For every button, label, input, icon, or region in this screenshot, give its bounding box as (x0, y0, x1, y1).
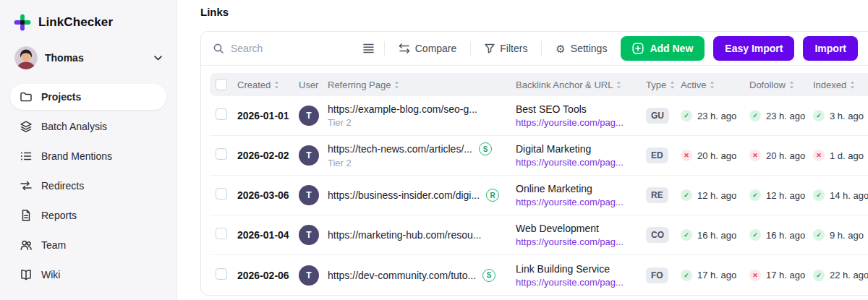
filters-button[interactable]: Filters (478, 43, 534, 54)
divider (470, 41, 471, 56)
referring-page-link[interactable]: https://example-blog.com/seo-g... (328, 103, 477, 115)
table-row: 2026-01-01 T https://example-blog.com/se… (210, 96, 868, 136)
sidebar-item-brand-mentions[interactable]: Brand Mentions (10, 143, 166, 169)
user-avatar: T (299, 265, 319, 286)
column-header-user: User (299, 80, 328, 90)
referring-page-link[interactable]: https://dev-community.com/tuto... (328, 270, 476, 281)
backlink-url-link[interactable]: https://yoursite.com/pag... (516, 157, 646, 168)
backlink-url-link[interactable]: https://yoursite.com/pag... (516, 236, 646, 247)
indexed-status-icon: ✕ (813, 150, 825, 161)
dofollow-cell: ✓ 12 h. ago (749, 189, 813, 201)
page-title: Links (200, 6, 868, 18)
active-status-icon: ✓ (681, 270, 692, 281)
indexed-status-icon: ✓ (813, 270, 825, 281)
sidebar-item-label: Reports (41, 210, 77, 221)
row-checkbox[interactable] (216, 108, 227, 120)
sort-icon (710, 81, 715, 89)
sidebar-item-batch-analysis[interactable]: Batch Analysis (10, 113, 166, 140)
anchor-cell: Best SEO Tools https://yoursite.com/pag.… (516, 103, 646, 128)
anchor-cell: Web Development https://yoursite.com/pag… (516, 223, 646, 247)
user-menu[interactable]: Thomas (10, 43, 166, 84)
indexed-time: 1 d. ago (830, 150, 864, 161)
user-avatar-photo (14, 46, 38, 69)
referring-page-link[interactable]: https://tech-news.com/articles/... (328, 143, 472, 155)
column-label: Created (237, 80, 271, 90)
column-header-created[interactable]: Created (237, 80, 299, 90)
book-icon (20, 268, 33, 281)
row-checkbox[interactable] (216, 268, 227, 280)
row-checkbox[interactable] (216, 188, 227, 200)
column-label: Type (646, 80, 666, 90)
anchor-cell: Link Building Service https://yoursite.c… (516, 263, 646, 288)
column-header-active[interactable]: Active (681, 80, 749, 90)
anchor-text: Link Building Service (516, 263, 646, 275)
indexed-cell: ✓ 14 h. ago (813, 189, 868, 201)
column-header-anchor-url[interactable]: Backlink Anchor & URL (516, 80, 646, 90)
compare-button[interactable]: Compare (392, 43, 464, 54)
menu-lines-icon[interactable] (360, 40, 377, 56)
divider (541, 41, 542, 56)
backlink-url-link[interactable]: https://yoursite.com/pag... (516, 197, 646, 207)
settings-button[interactable]: ⚙ Settings (549, 43, 613, 54)
row-checkbox[interactable] (216, 148, 227, 160)
sort-icon (789, 81, 794, 89)
select-all-checkbox[interactable] (216, 79, 227, 90)
column-header-dofollow[interactable]: Dofollow (749, 80, 813, 90)
dofollow-time: 23 h. ago (766, 111, 805, 121)
indexed-cell: ✓ 22 h. ago (813, 270, 868, 281)
toolbar-actions: Add New Easy Import Import (621, 36, 858, 61)
referring-page-cell: https://dev-community.com/tuto... S (328, 269, 516, 282)
sort-icon (274, 81, 279, 89)
tier-label: Tier 2 (328, 117, 516, 128)
app-name: LinkChecker (38, 15, 113, 30)
sidebar-item-wiki[interactable]: Wiki (10, 262, 166, 288)
table-row: 2026-02-06 T https://dev-community.com/t… (210, 255, 868, 295)
search-input[interactable] (231, 43, 332, 54)
row-checkbox[interactable] (216, 228, 227, 239)
sidebar-item-projects[interactable]: Projects (10, 84, 166, 110)
plus-square-icon (632, 43, 644, 54)
sidebar-item-redirects[interactable]: Redirects (10, 173, 166, 199)
swap-arrows-icon (20, 179, 33, 192)
active-cell: ✓ 23 h. ago (681, 110, 749, 121)
compare-label: Compare (415, 43, 457, 54)
backlink-url-link[interactable]: https://yoursite.com/pag... (516, 117, 646, 128)
user-avatar: T (299, 185, 319, 205)
column-header-referring-page[interactable]: Referring Page (328, 80, 516, 90)
people-icon (20, 239, 33, 252)
active-time: 16 h. ago (697, 230, 736, 241)
dofollow-cell: ✕ 20 h. ago (749, 150, 813, 161)
column-header-type[interactable]: Type (646, 80, 681, 90)
dofollow-cell: ✓ 23 h. ago (749, 110, 813, 121)
column-header-indexed[interactable]: Indexed (813, 80, 868, 90)
status-letter-badge: R (486, 189, 499, 202)
import-button[interactable]: Import (803, 36, 858, 61)
type-badge: GU (646, 108, 669, 124)
dofollow-status-icon: ✓ (749, 189, 761, 201)
sidebar-item-team[interactable]: Team (10, 232, 166, 258)
sort-icon (394, 81, 399, 89)
active-time: 23 h. ago (697, 111, 736, 121)
active-status-icon: ✕ (681, 150, 692, 161)
sidebar-item-label: Wiki (41, 269, 60, 280)
referring-page-cell: https://tech-news.com/articles/... S Tie… (328, 142, 516, 168)
referring-page-link[interactable]: https://marketing-hub.com/resou... (328, 229, 481, 241)
chevron-down-icon (154, 56, 162, 61)
add-new-button[interactable]: Add New (621, 36, 705, 61)
add-new-label: Add New (650, 43, 693, 54)
document-icon (20, 209, 33, 222)
backlink-url-link[interactable]: https://yoursite.com/pag... (516, 277, 646, 288)
created-date: 2026-01-01 (237, 110, 299, 121)
referring-page-link[interactable]: https://business-insider.com/digi... (328, 189, 480, 201)
search-box[interactable] (213, 43, 337, 54)
projects-folder-icon (20, 90, 33, 103)
type-badge: CO (646, 227, 669, 243)
indexed-cell: ✕ 1 d. ago (813, 150, 868, 161)
user-avatar: T (299, 106, 319, 126)
sidebar-nav: Projects Batch Analysis Brand Mentions R… (10, 84, 166, 288)
user-name: Thomas (45, 52, 147, 64)
anchor-cell: Online Marketing https://yoursite.com/pa… (516, 183, 646, 207)
easy-import-button[interactable]: Easy Import (713, 36, 794, 61)
sidebar-item-reports[interactable]: Reports (10, 202, 166, 228)
sort-icon (616, 81, 621, 89)
